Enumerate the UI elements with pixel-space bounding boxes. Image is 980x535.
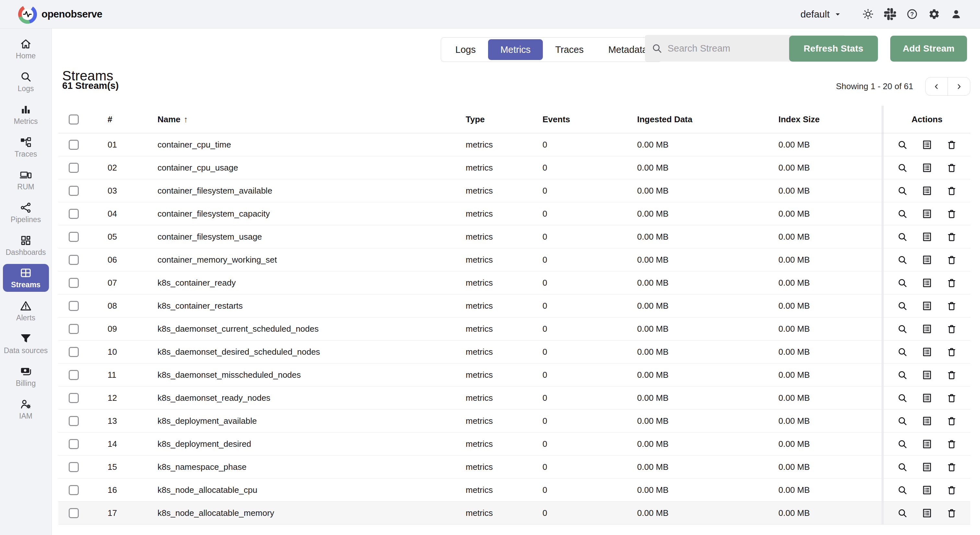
stream-schema-button[interactable] <box>922 416 932 427</box>
slack-button[interactable] <box>879 3 901 25</box>
explore-stream-button[interactable] <box>897 301 908 311</box>
sidebar-item-metrics[interactable]: Metrics <box>2 98 50 131</box>
row-checkbox[interactable] <box>69 439 79 449</box>
stream-schema-button[interactable] <box>922 255 932 265</box>
explore-stream-button[interactable] <box>897 185 908 196</box>
tab-traces[interactable]: Traces <box>543 39 596 60</box>
delete-stream-button[interactable] <box>946 255 957 265</box>
delete-stream-button[interactable] <box>946 139 957 150</box>
sidebar-item-alerts[interactable]: Alerts <box>2 295 50 327</box>
row-checkbox[interactable] <box>69 416 79 426</box>
row-checkbox[interactable] <box>69 232 79 242</box>
prev-page-button[interactable] <box>926 78 948 96</box>
row-checkbox[interactable] <box>69 140 79 150</box>
sidebar-item-billing[interactable]: Billing <box>2 360 50 393</box>
explore-stream-button[interactable] <box>897 323 908 334</box>
help-button[interactable]: ? <box>901 3 923 25</box>
delete-stream-button[interactable] <box>946 185 957 196</box>
sidebar-item-traces[interactable]: Traces <box>2 131 50 163</box>
stream-schema-button[interactable] <box>922 277 932 288</box>
organization-selector[interactable]: default <box>800 9 843 20</box>
row-checkbox[interactable] <box>69 301 79 311</box>
theme-toggle-button[interactable] <box>857 3 879 25</box>
explore-stream-button[interactable] <box>897 255 908 265</box>
stream-schema-button[interactable] <box>922 347 932 357</box>
row-checkbox[interactable] <box>69 370 79 380</box>
sidebar-item-data-sources[interactable]: Data sources <box>2 327 50 360</box>
explore-stream-button[interactable] <box>897 393 908 403</box>
row-checkbox[interactable] <box>69 508 79 518</box>
sidebar-item-pipelines[interactable]: Pipelines <box>2 196 50 229</box>
tab-metrics[interactable]: Metrics <box>488 39 543 60</box>
banknote-icon <box>20 365 32 377</box>
delete-stream-button[interactable] <box>946 209 957 219</box>
sidebar-item-logs[interactable]: Logs <box>2 65 50 98</box>
delete-stream-button[interactable] <box>946 485 957 495</box>
explore-stream-button[interactable] <box>897 162 908 173</box>
explore-stream-button[interactable] <box>897 508 908 519</box>
sidebar-item-iam[interactable]: IAM <box>2 393 50 425</box>
explore-stream-button[interactable] <box>897 347 908 357</box>
select-all-checkbox[interactable] <box>69 115 79 124</box>
delete-stream-button[interactable] <box>946 462 957 473</box>
explore-stream-button[interactable] <box>897 462 908 473</box>
delete-stream-button[interactable] <box>946 369 957 381</box>
cell-events: 0 <box>542 347 637 357</box>
stream-schema-button[interactable] <box>922 185 932 196</box>
stream-schema-button[interactable] <box>922 508 932 519</box>
table-row: 09k8s_daemonset_current_scheduled_nodesm… <box>58 317 970 341</box>
settings-button[interactable] <box>923 3 945 25</box>
stream-schema-button[interactable] <box>922 462 932 473</box>
row-checkbox[interactable] <box>69 163 79 173</box>
row-checkbox[interactable] <box>69 324 79 334</box>
stream-schema-button[interactable] <box>922 485 932 495</box>
sidebar-item-streams[interactable]: Streams <box>3 264 49 292</box>
delete-stream-button[interactable] <box>946 439 957 449</box>
row-checkbox[interactable] <box>69 462 79 472</box>
delete-stream-button[interactable] <box>946 277 957 288</box>
stream-schema-button[interactable] <box>922 301 932 311</box>
account-button[interactable] <box>945 3 967 25</box>
stream-schema-button[interactable] <box>922 139 932 150</box>
delete-stream-button[interactable] <box>946 301 957 311</box>
row-checkbox[interactable] <box>69 393 79 403</box>
row-checkbox[interactable] <box>69 485 79 495</box>
sidebar-item-rum[interactable]: RUM <box>2 163 50 196</box>
stream-schema-button[interactable] <box>922 323 932 334</box>
explore-stream-button[interactable] <box>897 209 908 219</box>
delete-stream-button[interactable] <box>946 162 957 173</box>
delete-stream-button[interactable] <box>946 323 957 334</box>
explore-stream-button[interactable] <box>897 439 908 449</box>
stream-schema-button[interactable] <box>922 393 932 403</box>
row-checkbox[interactable] <box>69 209 79 219</box>
explore-stream-button[interactable] <box>897 139 908 150</box>
tab-logs[interactable]: Logs <box>443 39 488 60</box>
schema-list-icon <box>922 508 932 519</box>
explore-stream-button[interactable] <box>897 416 908 427</box>
delete-stream-button[interactable] <box>946 508 957 519</box>
row-checkbox[interactable] <box>69 278 79 288</box>
stream-schema-button[interactable] <box>922 162 932 173</box>
header-name[interactable]: Name↑ <box>158 115 466 124</box>
refresh-stats-button[interactable]: Refresh Stats <box>789 36 878 62</box>
row-checkbox[interactable] <box>69 186 79 196</box>
stream-schema-button[interactable] <box>922 439 932 449</box>
explore-stream-button[interactable] <box>897 485 908 495</box>
row-checkbox[interactable] <box>69 347 79 357</box>
add-stream-button[interactable]: Add Stream <box>890 36 967 62</box>
next-page-button[interactable] <box>948 78 970 96</box>
stream-schema-button[interactable] <box>922 209 932 219</box>
cell-events: 0 <box>542 301 637 311</box>
sidebar-item-dashboards[interactable]: Dashboards <box>2 229 50 262</box>
delete-stream-button[interactable] <box>946 231 957 242</box>
explore-stream-button[interactable] <box>897 277 908 288</box>
row-checkbox[interactable] <box>69 255 79 265</box>
delete-stream-button[interactable] <box>946 416 957 427</box>
delete-stream-button[interactable] <box>946 347 957 357</box>
sidebar-item-home[interactable]: Home <box>2 32 50 65</box>
explore-stream-button[interactable] <box>897 369 908 381</box>
stream-schema-button[interactable] <box>922 369 932 381</box>
explore-stream-button[interactable] <box>897 231 908 242</box>
stream-schema-button[interactable] <box>922 231 932 242</box>
delete-stream-button[interactable] <box>946 393 957 403</box>
